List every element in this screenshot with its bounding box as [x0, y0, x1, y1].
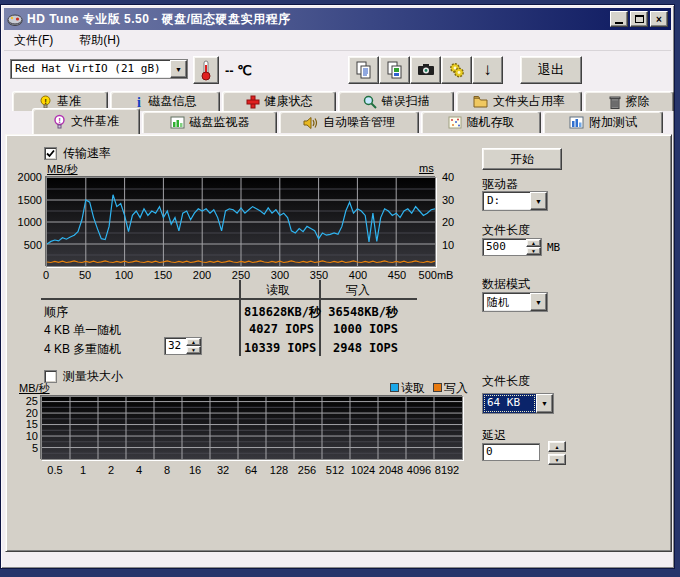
- axis-tick-label: 150: [154, 269, 172, 281]
- save-results-button[interactable]: ↓: [472, 56, 503, 84]
- disk-info-icon: i: [134, 95, 144, 109]
- file-length-label: 文件长度: [482, 222, 530, 239]
- copy-image-icon: [385, 60, 405, 80]
- delay-down-button[interactable]: ▼: [548, 454, 566, 465]
- svg-text:!: !: [44, 96, 47, 105]
- chevron-down-icon[interactable]: ▼: [530, 192, 547, 210]
- drive-value: D:: [483, 192, 530, 210]
- chevron-down-icon[interactable]: ▼: [170, 60, 187, 78]
- drive-combo[interactable]: D: ▼: [482, 191, 548, 211]
- axis-tick-label: 500mB: [419, 269, 454, 281]
- queue-depth-value: 32: [165, 338, 186, 354]
- temperature-value: -- ℃: [225, 63, 252, 78]
- chevron-down-icon[interactable]: ▼: [536, 394, 553, 413]
- table-header-rule: [41, 298, 417, 300]
- spin-up-icon[interactable]: ▲: [186, 338, 201, 346]
- spin-down-icon[interactable]: ▼: [526, 247, 541, 255]
- axis-tick-label: 8: [164, 464, 170, 476]
- multi-random-read-value: 10339 IOPS: [244, 341, 314, 355]
- menu-help[interactable]: 帮助(H): [75, 30, 124, 51]
- legend-write: 写入: [433, 380, 468, 397]
- health-cross-icon: [246, 95, 260, 109]
- axis-tick-label: 4096: [407, 464, 431, 476]
- window-title: HD Tune 专业版 5.50 - 硬盘/固态硬盘实用程序: [27, 11, 608, 28]
- tab-error-scan[interactable]: 错误扫描: [338, 91, 454, 111]
- axis-tick-label: 256: [298, 464, 316, 476]
- spin-down-icon[interactable]: ▼: [186, 346, 201, 354]
- axis-tick-label: 350: [310, 269, 328, 281]
- file-length-value: 500: [483, 239, 526, 255]
- copy-image-button[interactable]: [379, 56, 410, 84]
- delay-value: 0: [483, 444, 539, 460]
- axis-tick-label: 1024: [351, 464, 375, 476]
- axis-tick-label: 100: [115, 269, 133, 281]
- tab-disk-monitor[interactable]: 磁盘监视器: [142, 111, 277, 133]
- block-size-checkbox[interactable]: 测量块大小: [44, 368, 123, 385]
- tab-label: 自动噪音管理: [323, 114, 395, 131]
- single-random-read-value: 4027 IOPS: [244, 322, 314, 336]
- tab-label: 擦除: [626, 93, 650, 110]
- block-file-length-combo[interactable]: 64 KB ▼: [482, 393, 554, 414]
- axis-tick-label: 500: [12, 239, 42, 251]
- queue-depth-spinner[interactable]: 32 ▲ ▼: [164, 337, 202, 355]
- data-mode-combo[interactable]: 随机 ▼: [482, 292, 548, 312]
- drive-select-combo[interactable]: Red Hat VirtIO (21 gB) ▼: [10, 59, 188, 79]
- axis-tick-label: 250: [232, 269, 250, 281]
- tab-aam[interactable]: 自动噪音管理: [279, 111, 419, 133]
- thermometer-icon: [200, 59, 212, 81]
- tab-label: 文件基准: [71, 113, 119, 130]
- write-color-swatch: [433, 383, 442, 392]
- tab-health[interactable]: 健康状态: [222, 91, 336, 111]
- tab-label: 附加测试: [589, 114, 637, 131]
- maximize-button[interactable]: [630, 11, 648, 27]
- options-button[interactable]: [441, 56, 472, 84]
- chevron-down-icon[interactable]: ▼: [530, 293, 547, 311]
- extra-tests-icon: [569, 116, 584, 129]
- start-button[interactable]: 开始: [482, 148, 562, 170]
- tab-label: 错误扫描: [382, 93, 430, 110]
- checkbox-checked-icon[interactable]: [44, 147, 57, 160]
- tab-extra-tests[interactable]: 附加测试: [543, 111, 663, 133]
- write-column-header: 写入: [346, 282, 370, 299]
- file-length-spinner[interactable]: 500 ▲ ▼: [482, 238, 542, 256]
- legend-read: 读取: [390, 380, 425, 397]
- copy-text-button[interactable]: [348, 56, 379, 84]
- delay-up-button[interactable]: ▲: [548, 441, 566, 452]
- file-length-updown: ▲ ▼: [526, 239, 541, 255]
- minimize-button[interactable]: [610, 11, 628, 27]
- exit-button[interactable]: 退出: [520, 56, 582, 84]
- transfer-rate-checkbox[interactable]: 传输速率: [44, 145, 111, 162]
- close-button[interactable]: ×: [650, 11, 668, 27]
- axis-tick-label: 200: [193, 269, 211, 281]
- axis-tick-label: 2000: [12, 171, 42, 183]
- single-random-write-value: 1000 IOPS: [326, 322, 398, 336]
- title-bar[interactable]: HD Tune 专业版 5.50 - 硬盘/固态硬盘实用程序 ×: [4, 8, 671, 30]
- tab-random-access[interactable]: 随机存取: [421, 111, 541, 133]
- temperature-button[interactable]: [193, 56, 219, 84]
- delay-input[interactable]: 0: [482, 443, 540, 461]
- camera-icon: [416, 60, 436, 80]
- axis-tick-label: 400: [349, 269, 367, 281]
- tab-file-benchmark[interactable]: ! 文件基准: [32, 108, 140, 134]
- axis-tick-label: 25: [8, 395, 38, 407]
- axis-tick-label: 0: [43, 269, 49, 281]
- toolbar-button-group: [348, 56, 472, 84]
- transfer-rate-chart: [46, 177, 436, 267]
- minimize-icon: [615, 22, 623, 24]
- tab-strip: ! 基准 i 磁盘信息 健康状态 错误扫描: [4, 91, 671, 133]
- disk-monitor-icon: [170, 116, 185, 129]
- app-icon: [7, 11, 23, 27]
- menu-file[interactable]: 文件(F): [10, 30, 57, 51]
- screenshot-button[interactable]: [410, 56, 441, 84]
- spin-up-icon[interactable]: ▲: [526, 239, 541, 247]
- block-file-length-value: 64 KB: [483, 394, 536, 413]
- tab-folder-usage[interactable]: 文件夹占用率: [456, 91, 582, 111]
- axis-tick-label: 5: [8, 442, 38, 454]
- tab-erase[interactable]: 擦除: [584, 91, 674, 111]
- block-size-chart: [41, 396, 463, 460]
- file-length-unit: MB: [547, 241, 560, 254]
- read-color-swatch: [390, 383, 399, 392]
- delay-label: 延迟: [482, 427, 506, 444]
- sequential-read-value: 818628KB/秒: [244, 304, 314, 321]
- hdtune-window: HD Tune 专业版 5.50 - 硬盘/固态硬盘实用程序 × 文件(F) 帮…: [0, 4, 675, 569]
